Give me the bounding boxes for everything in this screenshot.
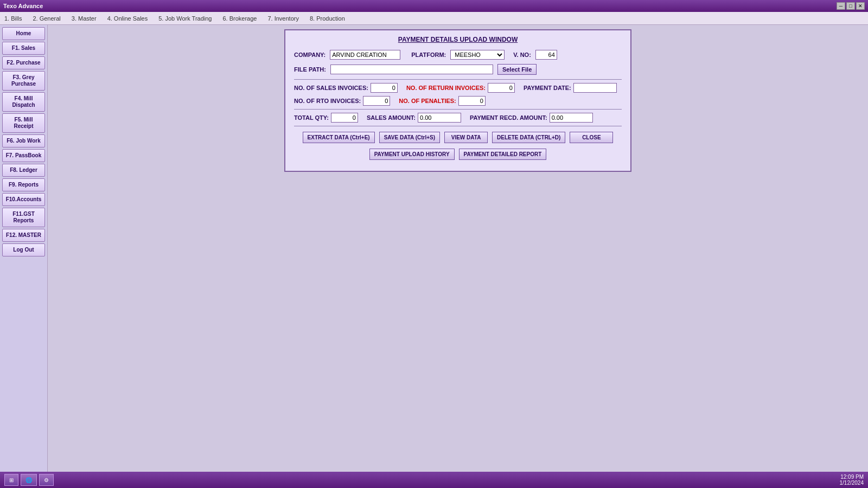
main-layout: Home F1. Sales F2. Purchase F3. Grey Pur… bbox=[0, 25, 868, 472]
maximize-button[interactable]: □ bbox=[846, 2, 855, 10]
platform-select[interactable]: MEESHO FLIPKART AMAZON MYNTRA bbox=[450, 50, 505, 60]
sidebar-f7-passbook[interactable]: F7. PassBook bbox=[2, 149, 45, 162]
title-bar: Texo Advance ─ □ ✕ bbox=[0, 0, 868, 12]
minimize-button[interactable]: ─ bbox=[837, 2, 845, 10]
sales-amount-label: SALES AMOUNT: bbox=[367, 114, 416, 121]
menu-bills[interactable]: 1. Bills bbox=[2, 14, 24, 23]
browser-icon: 🌐 bbox=[25, 477, 32, 483]
no-return-label: NO. OF RETURN INVOICES: bbox=[406, 85, 486, 91]
no-rto-input[interactable] bbox=[363, 96, 390, 106]
form-window: PAYMENT DETAILS UPLOAD WINDOW COMPANY: P… bbox=[284, 29, 631, 172]
platform-label: PLATFORM: bbox=[411, 52, 446, 58]
window-controls: ─ □ ✕ bbox=[837, 2, 865, 10]
bottom-buttons-row: PAYMENT UPLOAD HISTORY PAYMENT DETAILED … bbox=[294, 149, 622, 160]
menu-bar: 1. Bills 2. General 3. Master 4. Online … bbox=[0, 12, 868, 25]
payment-detailed-report-button[interactable]: PAYMENT DETAILED REPORT bbox=[459, 149, 547, 160]
app-icon: ⚙ bbox=[44, 477, 49, 483]
taskbar-browser[interactable]: 🌐 bbox=[21, 474, 37, 486]
total-qty-section: TOTAL QTY: bbox=[294, 113, 358, 123]
payment-date-label: PAYMENT DATE: bbox=[524, 85, 571, 91]
form-title: PAYMENT DETAILS UPLOAD WINDOW bbox=[294, 36, 622, 43]
taskbar-start[interactable]: ⊞ bbox=[4, 474, 18, 486]
company-input[interactable] bbox=[330, 50, 400, 60]
action-buttons-row: EXTRACT DATA (Ctrl+E) SAVE DATA (Ctrl+S)… bbox=[294, 132, 622, 143]
total-qty-input[interactable] bbox=[331, 113, 358, 123]
select-file-button[interactable]: Select File bbox=[497, 64, 537, 75]
content-area: PAYMENT DETAILS UPLOAD WINDOW COMPANY: P… bbox=[48, 25, 868, 472]
sidebar-f8-ledger[interactable]: F8. Ledger bbox=[2, 164, 45, 177]
sidebar-f1-sales[interactable]: F1. Sales bbox=[2, 42, 45, 55]
totals-row: TOTAL QTY: SALES AMOUNT: PAYMENT RECD. A… bbox=[294, 113, 622, 123]
sidebar-f5-mill-receipt[interactable]: F5. Mill Receipt bbox=[2, 113, 45, 133]
payment-recd-section: PAYMENT RECD. AMOUNT: bbox=[470, 113, 593, 123]
menu-online-sales[interactable]: 4. Online Sales bbox=[105, 14, 150, 23]
sidebar: Home F1. Sales F2. Purchase F3. Grey Pur… bbox=[0, 25, 48, 472]
sidebar-f4-mill-dispatch[interactable]: F4. Mill Dispatch bbox=[2, 92, 45, 112]
close-window-button[interactable]: ✕ bbox=[856, 2, 865, 10]
payment-date-section: PAYMENT DATE: bbox=[524, 83, 617, 93]
no-sales-label: NO. OF SALES INVOICES: bbox=[294, 85, 368, 91]
vno-input[interactable] bbox=[535, 50, 557, 60]
clock-time: 12:09 PM bbox=[840, 474, 864, 480]
menu-brokerage[interactable]: 6. Brokerage bbox=[220, 14, 259, 23]
start-icon: ⊞ bbox=[9, 477, 14, 483]
sidebar-f11-gst-reports[interactable]: F11.GST Reports bbox=[2, 208, 45, 227]
return-invoices-section: NO. OF RETURN INVOICES: bbox=[406, 83, 515, 93]
sales-amount-section: SALES AMOUNT: bbox=[367, 113, 461, 123]
company-label: COMPANY: bbox=[294, 52, 326, 58]
taskbar-app[interactable]: ⚙ bbox=[39, 474, 54, 486]
sidebar-f3-grey-purchase[interactable]: F3. Grey Purchase bbox=[2, 71, 45, 91]
payment-recd-input[interactable] bbox=[550, 113, 593, 123]
close-button[interactable]: CLOSE bbox=[570, 132, 613, 143]
sidebar-f9-reports[interactable]: F9. Reports bbox=[2, 178, 45, 191]
no-return-input[interactable] bbox=[488, 83, 515, 93]
sidebar-f10-accounts[interactable]: F10.Accounts bbox=[2, 193, 45, 206]
no-sales-input[interactable] bbox=[371, 83, 398, 93]
payment-recd-label: PAYMENT RECD. AMOUNT: bbox=[470, 114, 547, 121]
no-penalties-label: NO. OF PENALTIES: bbox=[399, 98, 456, 104]
menu-production[interactable]: 8. Production bbox=[308, 14, 347, 23]
sales-invoices-section: NO. OF SALES INVOICES: bbox=[294, 83, 398, 93]
menu-job-work-trading[interactable]: 5. Job Work Trading bbox=[156, 14, 214, 23]
company-row: COMPANY: PLATFORM: MEESHO FLIPKART AMAZO… bbox=[294, 50, 622, 60]
menu-master[interactable]: 3. Master bbox=[69, 14, 99, 23]
delete-data-button[interactable]: DELETE DATA (CTRL+D) bbox=[492, 132, 565, 143]
view-data-button[interactable]: VIEW DATA bbox=[444, 132, 488, 143]
clock-date: 1/12/2024 bbox=[840, 480, 864, 486]
taskbar: ⊞ 🌐 ⚙ 12:09 PM 1/12/2024 bbox=[0, 472, 868, 488]
sidebar-logout[interactable]: Log Out bbox=[2, 243, 45, 256]
filepath-label: FILE PATH: bbox=[294, 66, 326, 73]
sidebar-f2-purchase[interactable]: F2. Purchase bbox=[2, 56, 45, 69]
rto-section: NO. OF RTO INVOICES: bbox=[294, 96, 390, 106]
menu-inventory[interactable]: 7. Inventory bbox=[265, 14, 301, 23]
vno-label: V. NO: bbox=[513, 52, 531, 58]
total-qty-label: TOTAL QTY: bbox=[294, 114, 329, 121]
sidebar-f12-master[interactable]: F12. MASTER bbox=[2, 229, 45, 242]
rto-row: NO. OF RTO INVOICES: NO. OF PENALTIES: bbox=[294, 96, 622, 106]
menu-general[interactable]: 2. General bbox=[30, 14, 62, 23]
filepath-row: FILE PATH: Select File bbox=[294, 64, 622, 75]
taskbar-clock: 12:09 PM 1/12/2024 bbox=[840, 474, 864, 486]
sidebar-f6-job-work[interactable]: F6. Job Work bbox=[2, 134, 45, 147]
extract-data-button[interactable]: EXTRACT DATA (Ctrl+E) bbox=[303, 132, 375, 143]
save-data-button[interactable]: SAVE DATA (Ctrl+S) bbox=[379, 132, 440, 143]
payment-date-input[interactable] bbox=[573, 83, 617, 93]
invoices-row: NO. OF SALES INVOICES: NO. OF RETURN INV… bbox=[294, 83, 622, 93]
no-penalties-input[interactable] bbox=[458, 96, 486, 106]
penalties-section: NO. OF PENALTIES: bbox=[399, 96, 486, 106]
filepath-input[interactable] bbox=[330, 65, 493, 74]
sidebar-home[interactable]: Home bbox=[2, 27, 45, 40]
sales-amount-input[interactable] bbox=[418, 113, 461, 123]
payment-upload-history-button[interactable]: PAYMENT UPLOAD HISTORY bbox=[369, 149, 455, 160]
no-rto-label: NO. OF RTO INVOICES: bbox=[294, 98, 361, 104]
app-title: Texo Advance bbox=[3, 3, 43, 9]
